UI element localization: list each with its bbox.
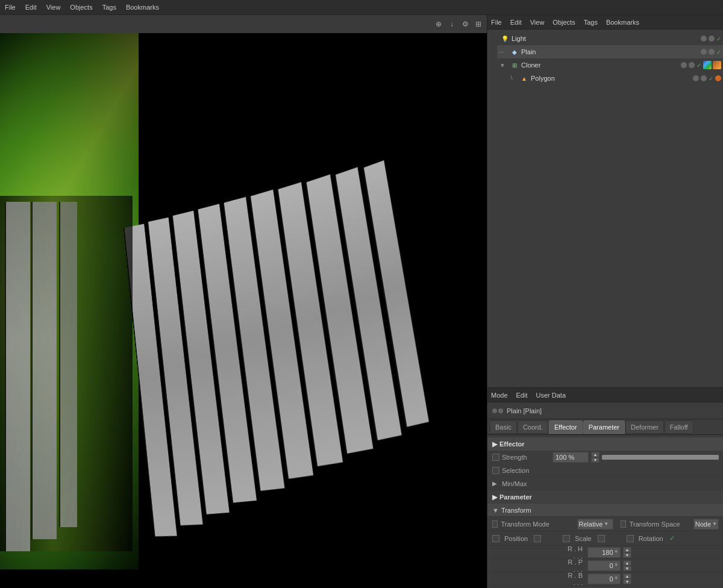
scale-square[interactable] <box>598 535 605 542</box>
object-item-plain[interactable]: ─ ◆ Plain ✓ <box>497 45 723 58</box>
left-slat-1 <box>5 202 30 551</box>
menu-tags[interactable]: Tags <box>102 4 116 11</box>
tab-effector[interactable]: Effector <box>549 421 583 434</box>
r-b-input[interactable] <box>587 574 621 584</box>
strength-input[interactable] <box>552 452 589 463</box>
tab-falloff[interactable]: Falloff <box>665 421 693 434</box>
object-item-cloner[interactable]: ▼ ⊞ Cloner ✓ <box>497 58 723 72</box>
strength-up-btn[interactable]: ▲ <box>591 452 599 457</box>
r-p-stepper: ▲ ▼ <box>623 560 631 571</box>
r-b-label: R . B . . . <box>567 572 585 586</box>
tab-coord[interactable]: Coord. <box>518 421 548 434</box>
parameter-section-header[interactable]: ▶ Parameter <box>487 490 723 504</box>
transform-mode-dropdown[interactable]: Relative ▼ <box>577 519 614 530</box>
plain-dot2 <box>709 49 715 55</box>
strength-progress-fill <box>602 455 719 460</box>
transform-checks-row: Position Scale Rotation ✓ <box>487 531 723 546</box>
expand-icon[interactable]: ⊞ <box>474 19 483 29</box>
tab-parameter[interactable]: Parameter <box>583 421 625 434</box>
menu-view[interactable]: View <box>46 4 61 11</box>
light-check: ✓ <box>716 36 721 42</box>
r-h-label: R . H . . . <box>567 545 585 560</box>
plain-dot1 <box>701 49 707 55</box>
r-h-down-btn[interactable]: ▼ <box>623 552 631 558</box>
obj-menu-objects[interactable]: Objects <box>552 19 575 26</box>
selection-checkbox[interactable] <box>492 467 499 474</box>
cloner-tags <box>703 61 721 69</box>
light-name: Light <box>512 35 698 42</box>
properties-content: ▶ Effector Strength ▲ ▼ <box>487 435 723 588</box>
transform-arrow: ▼ <box>492 507 499 514</box>
top-menu-bar: File Edit View Objects Tags Bookmarks <box>0 0 723 15</box>
selection-row: Selection <box>487 464 723 477</box>
r-b-down-btn[interactable]: ▼ <box>623 579 631 584</box>
obj-menu-tags[interactable]: Tags <box>584 19 598 26</box>
slats-group <box>124 154 481 549</box>
cloner-dot1 <box>681 62 687 68</box>
r-h-row: R . H . . . ▲ ▼ <box>487 546 723 559</box>
position-square[interactable] <box>534 535 541 542</box>
object-item-light[interactable]: 💡 Light ✓ <box>487 32 723 45</box>
r-p-input[interactable] <box>587 560 621 571</box>
r-p-down-btn[interactable]: ▼ <box>623 566 631 571</box>
left-slat-3 <box>59 202 77 527</box>
down-arrow-icon[interactable]: ↓ <box>447 19 457 29</box>
polygon-expand-arrow: └ <box>509 75 518 82</box>
menu-file[interactable]: File <box>5 4 16 11</box>
props-menu-edit[interactable]: Edit <box>516 392 528 399</box>
object-header: Plain [Plain] <box>487 402 723 419</box>
object-manager: File Edit View Objects Tags Bookmarks 💡 … <box>487 15 723 388</box>
props-menu-userdata[interactable]: User Data <box>536 392 566 399</box>
transform-header[interactable]: ▼ Transform <box>487 504 723 517</box>
r-p-up-btn[interactable]: ▲ <box>623 560 631 566</box>
viewport-toolbar: ⊕ ↓ ⚙ ⊞ <box>0 15 487 33</box>
header-dots <box>492 408 503 413</box>
transform-space-arrow: ▼ <box>712 521 717 527</box>
scale-checkbox[interactable] <box>563 535 570 542</box>
polygon-icon: ▲ <box>520 74 528 83</box>
cloner-expand-arrow: ▼ <box>499 62 508 69</box>
obj-menu-edit[interactable]: Edit <box>510 19 522 26</box>
r-b-up-btn[interactable]: ▲ <box>623 574 631 579</box>
right-panel: File Edit View Objects Tags Bookmarks 💡 … <box>487 15 723 588</box>
r-h-input[interactable] <box>587 547 621 558</box>
position-label: Position <box>504 535 528 542</box>
viewport[interactable]: ⊕ ↓ ⚙ ⊞ <box>0 15 487 588</box>
plain-check: ✓ <box>716 49 721 55</box>
minmax-row[interactable]: ▶ Min/Max <box>487 477 723 490</box>
menu-objects[interactable]: Objects <box>70 4 92 11</box>
transform-space-checkbox[interactable] <box>621 521 626 528</box>
object-item-polygon[interactable]: └ ▲ Polygon ✓ <box>507 72 723 85</box>
strength-down-btn[interactable]: ▼ <box>591 457 599 463</box>
strength-progress-bar <box>602 455 719 460</box>
obj-menu-file[interactable]: File <box>491 19 502 26</box>
effector-section-label: Effector <box>499 440 525 448</box>
obj-menu-bookmarks[interactable]: Bookmarks <box>606 19 639 26</box>
transform-space-dropdown[interactable]: Node ▼ <box>693 519 719 530</box>
polygon-check: ✓ <box>709 75 713 82</box>
obj-menu-view[interactable]: View <box>530 19 545 26</box>
rotation-checkbox[interactable] <box>627 535 634 542</box>
menu-edit[interactable]: Edit <box>25 4 37 11</box>
polygon-dot2 <box>701 75 707 81</box>
transform-mode-checkbox[interactable] <box>492 521 498 528</box>
strength-checkbox[interactable] <box>492 454 499 461</box>
transform-mode-label: Transform Mode <box>501 521 574 528</box>
tab-deformer[interactable]: Deformer <box>625 421 664 434</box>
minmax-label: Min/Max <box>502 480 550 487</box>
props-menu-mode[interactable]: Mode <box>491 392 508 399</box>
effector-section-header[interactable]: ▶ Effector <box>487 437 723 451</box>
cloner-tag-orange <box>713 61 721 69</box>
move-icon[interactable]: ⊕ <box>434 19 443 29</box>
polygon-check-area: ✓ <box>693 75 721 82</box>
tab-basic[interactable]: Basic <box>490 421 517 434</box>
transform-mode-arrow: ▼ <box>604 521 609 527</box>
menu-bookmarks[interactable]: Bookmarks <box>126 4 159 11</box>
transform-mode-row: Transform Mode Relative ▼ Transform Spac… <box>487 517 723 531</box>
position-checkbox[interactable] <box>492 535 499 542</box>
plain-name: Plain <box>521 48 698 55</box>
selection-label: Selection <box>502 467 550 474</box>
settings-icon[interactable]: ⚙ <box>460 19 470 29</box>
r-h-up-btn[interactable]: ▲ <box>623 547 631 552</box>
parameter-section-label: Parameter <box>499 493 532 501</box>
